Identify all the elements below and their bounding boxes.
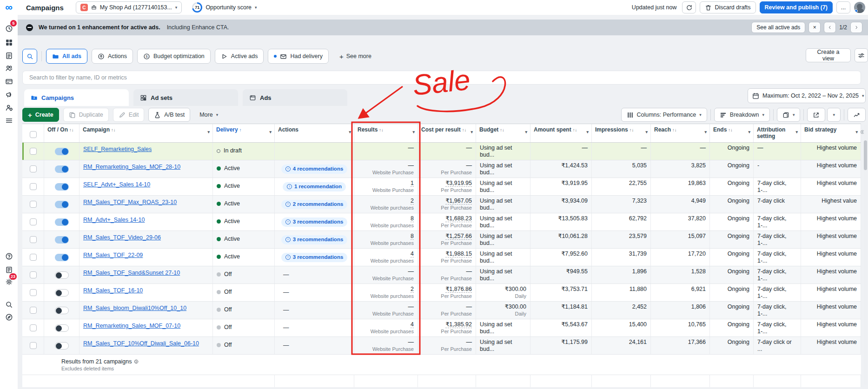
column-header-attribution-setting[interactable]: Attribution setting▾ [754, 124, 801, 142]
more-options-button[interactable]: ... [836, 1, 850, 13]
column-header-delivery[interactable]: Delivery↑▾ [213, 124, 275, 142]
reports-button[interactable]: ▾ [777, 108, 801, 122]
export-button[interactable] [807, 108, 825, 122]
rail-help-icon[interactable] [0, 250, 18, 262]
see-more-filters-button[interactable]: +See more [337, 53, 374, 60]
rail-campaigns-grid-icon[interactable] [0, 36, 18, 48]
column-header-budget[interactable]: Budget↑↓▾ [476, 124, 530, 142]
campaign-name-link[interactable]: RM_Sales_TOF_16-10 [83, 287, 209, 294]
campaign-toggle-on[interactable] [55, 201, 69, 208]
row-checkbox[interactable] [30, 183, 37, 190]
campaign-name-link[interactable]: RM_Sales_TOF_10%Off_Diwali_Sale_06-10 [83, 340, 209, 347]
user-avatar[interactable] [854, 2, 865, 13]
breakdown-button[interactable]: Breakdown▾ [714, 108, 770, 122]
filter-chip-had-delivery[interactable]: Had delivery [268, 49, 328, 64]
row-checkbox[interactable] [30, 342, 37, 349]
recommendations-pill[interactable]: ↑3 recommendations [281, 253, 348, 262]
column-header-results[interactable]: Results↑↓▾ [354, 124, 418, 142]
campaign-name-link[interactable]: RM_Sales_TOF_Sand&Sunset 27-10 [83, 270, 209, 277]
row-checkbox[interactable] [30, 236, 37, 243]
campaign-toggle-on[interactable] [55, 236, 69, 244]
recommendations-pill[interactable]: ↑4 recommendations [281, 165, 348, 174]
row-checkbox[interactable] [30, 254, 37, 261]
filter-chip-actions[interactable]: Actions [92, 49, 133, 64]
filter-chip-budget-optimization[interactable]: $Budget optimization [137, 49, 211, 64]
row-checkbox[interactable] [30, 289, 37, 296]
create-button[interactable]: +Create [22, 108, 59, 122]
campaign-name-link[interactable]: RM_Sales_TOF_Max_ROAS_23-10 [83, 199, 209, 206]
recommendations-pill[interactable]: ↑2 recommendations [281, 200, 348, 209]
campaign-toggle-off[interactable] [55, 342, 69, 349]
row-checkbox[interactable] [30, 201, 37, 208]
banner-prev-button[interactable] [824, 22, 836, 33]
review-publish-button[interactable]: Review and publish (7) [760, 1, 833, 13]
campaign-name-link[interactable]: SELF_Remarketing_Sales [83, 146, 209, 153]
campaign-toggle-off[interactable] [55, 289, 69, 297]
see-all-active-ads-button[interactable]: See all active ads [751, 22, 805, 33]
filter-chip-active-ads[interactable]: Active ads [215, 49, 264, 64]
select-all-checkbox[interactable] [30, 131, 37, 138]
campaign-name-link[interactable]: RM_Remarketing_Sales_MOF_28-10 [83, 164, 209, 171]
campaign-toggle-off[interactable] [55, 324, 69, 332]
column-header-impressions[interactable]: Impressions↑↓▾ [592, 124, 651, 142]
search-input[interactable] [28, 74, 855, 81]
campaign-name-link[interactable]: RM_Remarketing_Sales_MOF_07-10 [83, 323, 209, 330]
ad-account-selector[interactable]: C My Shop Ad (1277140153... ▾ [76, 1, 182, 13]
chip-search-button[interactable] [22, 49, 37, 64]
create-view-button[interactable]: Create a view [806, 48, 851, 62]
rail-clock-icon[interactable]: 5 [0, 22, 18, 34]
column-header-off-on[interactable]: Off / On↑↓ [44, 124, 80, 142]
tab-ads[interactable]: Ads [243, 89, 347, 106]
discard-drafts-button[interactable]: Discard drafts [700, 1, 755, 13]
duplicate-button[interactable]: Duplicate [63, 108, 109, 122]
row-checkbox[interactable] [30, 218, 37, 225]
edit-button[interactable]: Edit [113, 108, 145, 122]
rail-account-settings-icon[interactable] [0, 101, 18, 113]
campaign-toggle-on[interactable] [55, 165, 69, 173]
campaign-toggle-on[interactable] [55, 148, 69, 155]
row-checkbox[interactable] [30, 324, 37, 331]
campaign-toggle-off[interactable] [55, 307, 69, 314]
opportunity-score[interactable]: 71 Opportunity score ▾ [192, 2, 257, 13]
export-options-button[interactable]: ▾ [827, 108, 841, 122]
campaign-toggle-off[interactable] [55, 271, 69, 279]
recommendations-pill[interactable]: ↑3 recommendations [281, 235, 348, 244]
column-header-bid-strategy[interactable]: Bid strategy▾ [801, 124, 861, 142]
rail-megaphone-icon[interactable] [0, 88, 18, 100]
row-checkbox[interactable] [30, 307, 37, 314]
campaign-toggle-on[interactable] [55, 218, 69, 226]
rail-compass-icon[interactable] [0, 311, 18, 323]
column-header-ends[interactable]: Ends↑↓▾ [710, 124, 754, 142]
campaign-name-link[interactable]: RM_Sales_TOF_Video_29-06 [83, 234, 209, 241]
tab-ad-sets[interactable]: Ad sets [133, 89, 238, 106]
meta-logo-icon[interactable]: ∞ [0, 0, 18, 14]
rail-clipboard-icon[interactable] [0, 49, 18, 61]
campaign-name-link[interactable]: RM_Sales_TOF_22-09 [83, 252, 209, 259]
column-header-campaign[interactable]: Campaign↑↓▾ [80, 124, 213, 142]
campaign-toggle-on[interactable] [55, 254, 69, 261]
info-icon[interactable] [134, 359, 139, 364]
charts-button[interactable] [848, 108, 866, 122]
more-button[interactable]: More▾ [194, 108, 223, 122]
campaign-name-link[interactable]: RM_Advt+_Sales 14-10 [83, 217, 209, 224]
banner-next-button[interactable] [850, 22, 862, 33]
recommendations-pill[interactable]: ↑1 recommendation [283, 182, 346, 191]
rail-gear-icon[interactable]: 23 [0, 276, 18, 288]
tab-campaigns[interactable]: Campaigns [24, 89, 129, 106]
refresh-button[interactable] [682, 1, 696, 13]
campaign-toggle-on[interactable] [55, 183, 69, 191]
row-checkbox[interactable] [30, 271, 37, 278]
recommendations-pill[interactable]: ↑3 recommendations [281, 218, 348, 227]
rail-billing-icon[interactable] [0, 75, 18, 87]
row-checkbox[interactable] [30, 165, 37, 172]
rail-all-tools-icon[interactable] [0, 114, 18, 126]
row-checkbox[interactable] [30, 148, 37, 155]
date-range-selector[interactable]: Maximum: Oct 2, 2022 – Nov 2, 2025 ▾ [748, 88, 866, 103]
column-header-cost-per-result[interactable]: Cost per result↑↓▾ [418, 124, 476, 142]
rail-search-icon[interactable] [0, 298, 18, 310]
filter-settings-button[interactable] [855, 48, 868, 62]
banner-close-button[interactable]: × [808, 22, 821, 33]
column-header-reach[interactable]: Reach↑↓▾ [651, 124, 710, 142]
column-header-amount-spent[interactable]: Amount spent↑↓▾ [530, 124, 592, 142]
vertical-scrollbar[interactable] [864, 125, 867, 385]
